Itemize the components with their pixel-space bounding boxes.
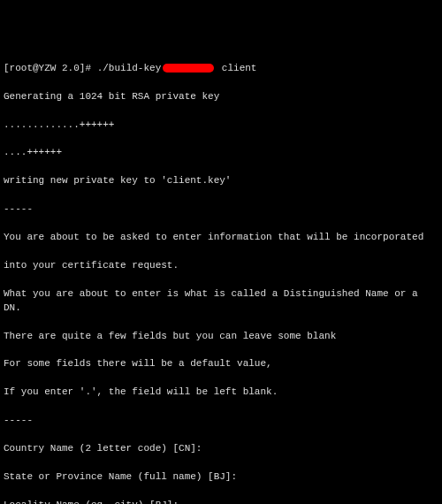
output-line: Generating a 1024 bit RSA private key [4, 90, 438, 104]
output-line: into your certificate request. [4, 259, 438, 273]
prompt-state[interactable]: State or Province Name (full name) [BJ]: [4, 470, 438, 485]
output-line: ----- [4, 202, 438, 217]
prompt-userhost: [root@YZW 2.0]# [4, 63, 91, 73]
command-pre: ./build-key [91, 63, 161, 73]
command-post: client [216, 63, 256, 73]
output-line: You are about to be asked to enter infor… [4, 231, 438, 245]
prompt-locality[interactable]: Locality Name (eg, city) [BJ]: [4, 499, 438, 504]
output-line: For some fields there will be a default … [4, 357, 438, 371]
output-line: ....++++++ [4, 146, 438, 160]
output-line: What you are about to enter is what is c… [4, 287, 438, 316]
shell-prompt-line[interactable]: [root@YZW 2.0]# ./build-key client [4, 62, 438, 76]
prompt-country[interactable]: Country Name (2 letter code) [CN]: [4, 442, 438, 456]
output-line: There are quite a few fields but you can… [4, 330, 438, 344]
output-line: If you enter '.', the field will be left… [4, 386, 438, 400]
output-line: .............++++++ [4, 118, 438, 133]
output-line: ----- [4, 414, 438, 428]
output-line: writing new private key to 'client.key' [4, 174, 438, 188]
redaction-mark [163, 64, 214, 73]
